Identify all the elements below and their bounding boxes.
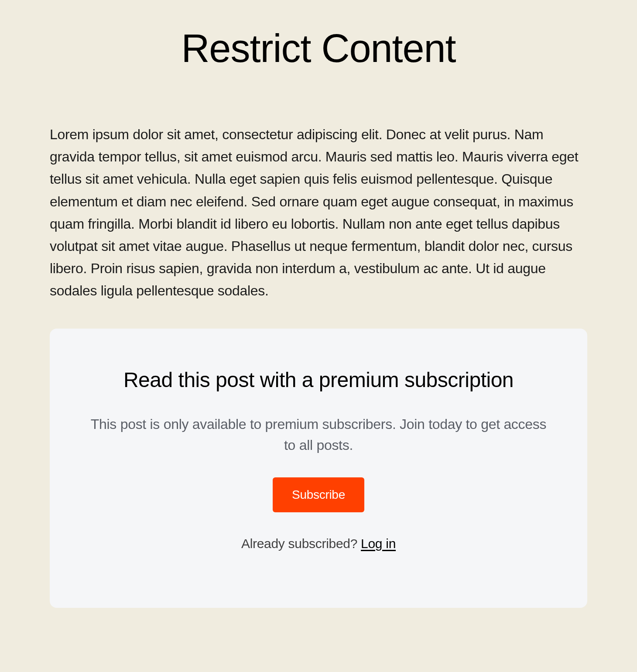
article-body-text: Lorem ipsum dolor sit amet, consectetur … xyxy=(50,123,587,302)
paywall-description: This post is only available to premium s… xyxy=(85,414,552,456)
paywall-heading: Read this post with a premium subscripti… xyxy=(85,368,552,392)
login-link[interactable]: Log in xyxy=(361,536,396,551)
paywall-card: Read this post with a premium subscripti… xyxy=(50,329,587,608)
login-prompt: Already subscribed? Log in xyxy=(85,536,552,551)
page-title: Restrict Content xyxy=(50,26,587,71)
login-prompt-prefix: Already subscribed? xyxy=(241,536,361,551)
subscribe-button[interactable]: Subscribe xyxy=(273,477,364,512)
